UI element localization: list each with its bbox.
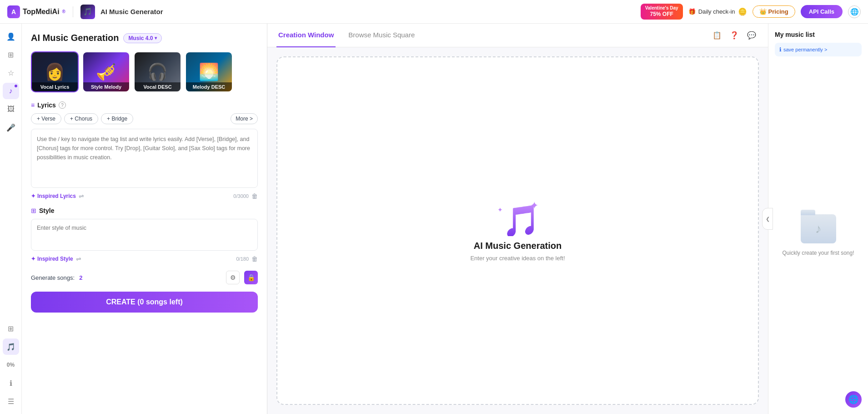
my-music-title: My music list	[775, 31, 862, 38]
tab-help-button[interactable]: ❓	[727, 28, 742, 43]
collapse-sidebar-button[interactable]: ❮	[762, 208, 773, 230]
generate-count: 2	[79, 274, 82, 281]
sidebar-item-star[interactable]: ☆	[3, 65, 19, 81]
valentine-promo-badge[interactable]: Valentine's Day 75% OFF	[641, 4, 683, 19]
chevron-down-icon: ▾	[155, 35, 157, 40]
sidebar-item-grid[interactable]: ⊞	[3, 320, 19, 337]
discord-button[interactable]: 💬	[744, 28, 759, 43]
info-circle-icon: ℹ	[779, 46, 782, 53]
nav-separator	[73, 6, 73, 17]
pricing-button[interactable]: 👑 Pricing	[753, 5, 795, 18]
vocal-lyrics-label: Vocal Lyrics	[32, 82, 78, 91]
list-icon: ☰	[8, 397, 14, 406]
style-shuffle-icon[interactable]: ⇌	[76, 255, 81, 263]
main-layout: 👤 ⊞ ☆ ♪ 🖼 🎤 ⊞ 🎵 0% ℹ ☰	[0, 24, 868, 414]
generate-label: Generate songs:	[31, 274, 75, 281]
sidebar-item-mic[interactable]: 🎤	[3, 119, 19, 136]
music-note-graphic: ✦ ✦ 🎵	[497, 200, 538, 236]
globe-icon: 🌐	[850, 8, 859, 16]
grid-icon: ⊞	[8, 324, 14, 333]
lyrics-section: ≡ Lyrics ? + Verse + Chorus + Bridge Mor…	[31, 101, 258, 200]
sidebar-item-music[interactable]: ♪	[3, 83, 19, 99]
sidebar-item-list[interactable]: ☰	[3, 393, 19, 409]
more-tags-button[interactable]: More >	[231, 113, 258, 124]
more-label: More >	[236, 116, 253, 122]
first-song-container: ♪ Quickly create your first song!	[775, 63, 862, 407]
sidebar-item-music-active[interactable]: 🎵	[3, 338, 19, 355]
bridge-tag-button[interactable]: + Bridge	[101, 113, 133, 124]
avatar-icon: 👤	[6, 32, 15, 41]
brand-logo[interactable]: A TopMediAi®	[7, 5, 65, 18]
page-title: AI Music Generation	[31, 33, 119, 43]
create-button[interactable]: CREATE (0 songs left)	[31, 292, 258, 313]
shuffle-icon[interactable]: ⇌	[79, 192, 84, 200]
style-section-icon: ⊞	[31, 207, 36, 214]
melody-desc-label: Melody DESC	[186, 82, 232, 91]
mode-card-melody-desc[interactable]: 🌅 Melody DESC	[185, 51, 233, 92]
mic-icon: 🎤	[6, 123, 15, 132]
app-title: AI Music Generator	[100, 8, 163, 15]
settings-button[interactable]: ⚙	[226, 271, 240, 284]
globe-br-icon: 🌐	[848, 394, 858, 404]
sidebar-item-home[interactable]: ⊞	[3, 46, 19, 63]
chorus-tag-button[interactable]: + Chorus	[64, 113, 98, 124]
valentine-line2: 75% OFF	[650, 11, 673, 17]
lyrics-section-title: Lyrics	[37, 101, 56, 109]
style-section-title: Style	[39, 207, 54, 214]
lyrics-help-icon[interactable]: ?	[59, 101, 66, 109]
folder-note-icon: ♪	[815, 222, 822, 236]
home-icon: ⊞	[8, 50, 14, 59]
app-icon: 🎵	[80, 5, 95, 19]
tab-creation-window[interactable]: Creation Window	[276, 24, 336, 47]
mode-card-vocal-lyrics[interactable]: 👩 Vocal Lyrics	[31, 51, 79, 92]
lyrics-textarea[interactable]	[31, 129, 258, 188]
brand-reg: ®	[62, 9, 65, 14]
language-button[interactable]: 🌐	[848, 5, 861, 18]
style-section: ⊞ Style ✦ Inspired Style ⇌ 0/180 🗑	[31, 207, 258, 263]
style-char-count: 0/180	[236, 256, 249, 262]
info-icon: ℹ	[10, 379, 12, 388]
discord-icon: 💬	[747, 31, 756, 40]
chevron-left-icon: ❮	[766, 216, 770, 222]
mode-card-style-melody[interactable]: 🎺 Style Melody	[82, 51, 130, 92]
style-delete-icon[interactable]: 🗑	[251, 255, 258, 263]
vocal-desc-label: Vocal DESC	[135, 82, 181, 91]
save-permanently-banner[interactable]: ℹ save permanently >	[775, 43, 862, 56]
empty-title: AI Music Generation	[474, 241, 562, 251]
tabs-bar: Creation Window Browse Music Square 📋 ❓ …	[267, 24, 768, 47]
music-note-icon: 🎵	[6, 343, 15, 351]
sidebar-item-info[interactable]: ℹ	[3, 375, 19, 391]
inspired-style-icon: ✦	[31, 256, 35, 262]
daily-checkin-button[interactable]: 🎁 Daily check-in 🪙	[688, 7, 747, 16]
inspired-lyrics-label: Inspired Lyrics	[37, 193, 76, 199]
save-doc-button[interactable]: 📋	[710, 28, 724, 43]
lyrics-delete-icon[interactable]: 🗑	[251, 192, 258, 200]
brand-name: TopMediAi	[23, 8, 60, 16]
music-version-badge[interactable]: Music 4.0 ▾	[123, 33, 162, 43]
mode-card-vocal-desc[interactable]: 🎧 Vocal DESC	[134, 51, 181, 92]
crown-icon: 👑	[759, 8, 767, 15]
sidebar-item-image[interactable]: 🖼	[3, 101, 19, 117]
style-textarea[interactable]	[31, 219, 258, 251]
sidebar-icon-rail: 👤 ⊞ ☆ ♪ 🖼 🎤 ⊞ 🎵 0% ℹ ☰	[0, 24, 22, 414]
style-footer: ✦ Inspired Style ⇌ 0/180 🗑	[31, 255, 258, 263]
style-section-header: ⊞ Style	[31, 207, 258, 214]
api-calls-button[interactable]: API Calls	[801, 5, 843, 18]
empty-state: ✦ ✦ 🎵 AI Music Generation Enter your cre…	[276, 56, 759, 405]
bridge-label: + Bridge	[107, 116, 127, 122]
globe-bottom-right-button[interactable]: 🌐	[845, 391, 862, 408]
verse-tag-button[interactable]: + Verse	[31, 113, 61, 124]
inspired-lyrics-button[interactable]: ✦ Inspired Lyrics	[31, 193, 76, 199]
music-icon: ♪	[9, 87, 13, 95]
top-navbar: A TopMediAi® 🎵 AI Music Generator Valent…	[0, 0, 868, 24]
tab-browse-label: Browse Music Square	[348, 31, 415, 39]
inspired-icon: ✦	[31, 193, 35, 199]
valentine-line1: Valentine's Day	[645, 5, 678, 11]
sidebar-item-percent[interactable]: 0%	[3, 357, 19, 373]
folder-icon-box: ♪	[800, 213, 837, 245]
tab-browse-music[interactable]: Browse Music Square	[346, 24, 416, 47]
lock-button[interactable]: 🔒	[244, 271, 258, 284]
question-icon: ❓	[730, 31, 739, 40]
inspired-style-button[interactable]: ✦ Inspired Style	[31, 256, 73, 262]
sidebar-item-avatar[interactable]: 👤	[3, 28, 19, 45]
